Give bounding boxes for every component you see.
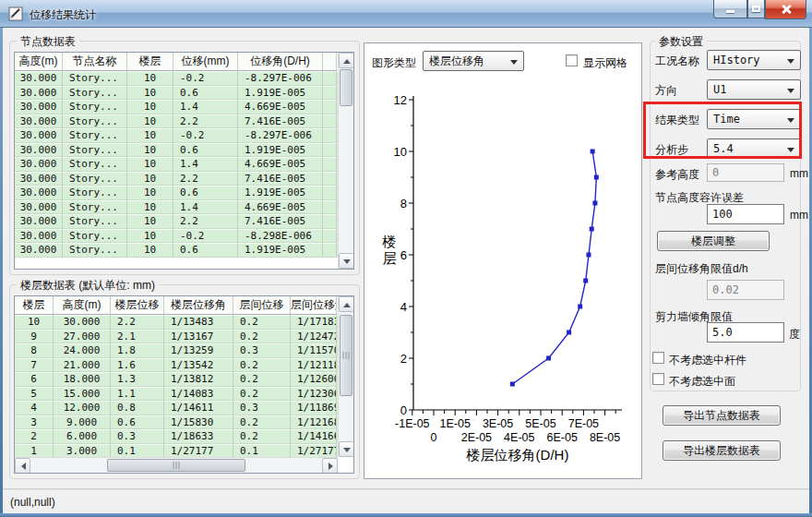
column-header[interactable]: 位移角(D/H)	[238, 53, 323, 71]
table-cell: 1/27177	[291, 444, 337, 458]
table-row[interactable]: 30.000Story...100.61.919E-005	[15, 86, 338, 101]
table-row[interactable]: 618.0001.31/138120.21/12600	[15, 372, 338, 387]
direction-combo[interactable]: U1	[707, 79, 801, 100]
table-row[interactable]: 515.0001.11/140830.21/12306	[15, 387, 338, 402]
scroll-up-button[interactable]	[339, 296, 354, 312]
drift-limit-input[interactable]	[707, 280, 784, 300]
table-row[interactable]: 30.000Story...100.61.919E-005	[15, 186, 338, 200]
table-cell: 0.3	[111, 429, 164, 444]
floor-table-hscrollbar[interactable]	[15, 457, 338, 473]
close-icon	[781, 4, 792, 15]
column-header[interactable]: 层间位移	[233, 296, 291, 315]
table-row[interactable]: 927.0002.11/131670.21/12472	[15, 330, 338, 344]
table-row[interactable]: 412.0000.81/146110.31/11869	[15, 401, 338, 415]
loadcase-combo[interactable]: HIstory	[707, 50, 801, 70]
close-button[interactable]	[765, 0, 806, 19]
table-cell: 0.2	[233, 315, 291, 330]
column-header[interactable]	[323, 53, 337, 71]
column-header[interactable]: 楼层	[15, 296, 54, 315]
floor-data-table[interactable]: 楼层高度(m)楼层位移楼层位移角层间位移层间位移角 1030.0002.21/1…	[14, 295, 354, 474]
table-row[interactable]: 30.000Story...10-0.2-8.298E-006	[15, 229, 338, 244]
scroll-thumb[interactable]	[340, 69, 352, 106]
table-cell: 4	[15, 401, 54, 415]
table-row[interactable]: 26.0000.31/186330.21/14166	[15, 429, 338, 444]
graph-type-combo[interactable]: 楼层位移角	[423, 51, 524, 71]
table-cell: 30.000	[15, 100, 63, 114]
ignore-selected-frames-checkbox[interactable]	[652, 352, 664, 364]
scroll-left-button[interactable]	[15, 458, 30, 474]
table-cell: 10	[127, 128, 173, 143]
scroll-right-button[interactable]	[322, 458, 338, 474]
show-grid-checkbox[interactable]	[566, 54, 578, 66]
minimize-button[interactable]	[713, 0, 747, 18]
node-table-vscrollbar[interactable]	[338, 53, 353, 269]
table-cell: 1/13812	[164, 372, 233, 387]
column-header[interactable]: 楼层	[127, 53, 173, 71]
window-frame	[0, 513, 812, 517]
table-row[interactable]: 30.000Story...100.61.919E-005	[15, 243, 338, 258]
tolerance-unit: mm	[790, 209, 808, 222]
table-cell: 30.000	[15, 71, 63, 86]
table-cell: 1.6	[111, 358, 164, 373]
scroll-up-button[interactable]	[339, 53, 354, 68]
column-header[interactable]: 楼层位移	[111, 296, 164, 315]
table-row[interactable]: 30.000Story...10-0.2-8.297E-006	[15, 128, 338, 143]
export-node-table-button[interactable]: 导出节点数据表	[663, 405, 781, 426]
floor-table-vscrollbar[interactable]	[338, 296, 353, 457]
graph-type-label: 图形类型	[372, 55, 416, 71]
svg-text:12: 12	[394, 93, 407, 107]
scroll-thumb[interactable]	[107, 459, 245, 472]
table-row[interactable]: 13.0000.11/271770.11/27177	[15, 444, 338, 458]
wall-angle-input[interactable]	[707, 322, 784, 343]
titlebar[interactable]: 位移结果统计	[0, 0, 812, 28]
table-cell: 10	[127, 200, 173, 215]
column-header[interactable]: 节点名称	[63, 53, 127, 71]
table-row[interactable]: 30.000Story...102.27.416E-005	[15, 214, 338, 229]
table-cell: 2.2	[173, 114, 238, 129]
table-row[interactable]: 30.000Story...100.61.919E-005	[15, 143, 338, 158]
table-row[interactable]: 30.000Story...101.44.669E-005	[15, 200, 338, 215]
table-cell	[323, 128, 337, 143]
scroll-down-button[interactable]	[339, 441, 354, 457]
table-cell: Story...	[63, 214, 127, 229]
table-row[interactable]: 30.000Story...10-0.2-8.297E-006	[15, 71, 338, 86]
scroll-thumb[interactable]	[340, 315, 352, 396]
table-cell: -0.2	[173, 229, 238, 244]
export-floor-table-button[interactable]: 导出楼层数据表	[663, 440, 781, 461]
maximize-button[interactable]	[747, 0, 765, 18]
column-header[interactable]: 高度(m)	[54, 296, 111, 315]
arrow-down-icon	[343, 259, 351, 268]
column-header[interactable]: 楼层位移角	[164, 296, 233, 315]
ignore-selected-faces-checkbox[interactable]	[652, 373, 664, 385]
table-cell: 3	[15, 415, 54, 430]
table-row[interactable]: 1030.0002.21/134830.21/17183	[15, 315, 338, 330]
table-row[interactable]: 721.0001.61/135420.21/12118	[15, 358, 338, 373]
highlight-annotation-box	[643, 102, 802, 159]
table-cell: 30.000	[15, 186, 63, 200]
svg-text:2E-05: 2E-05	[461, 431, 492, 444]
table-cell: 18.000	[54, 372, 111, 387]
table-row[interactable]: 30.000Story...102.27.416E-005	[15, 172, 338, 186]
table-row[interactable]: 30.000Story...102.27.416E-005	[15, 114, 338, 129]
ref-height-input[interactable]	[707, 163, 784, 182]
table-row[interactable]: 39.0000.61/158300.21/12168	[15, 415, 338, 430]
column-header[interactable]: 高度(m)	[15, 53, 63, 71]
chart-panel: 图形类型 楼层位移角 显示网格 024681012-1E-0501E-052E-…	[364, 42, 642, 479]
table-row[interactable]: 30.000Story...101.44.669E-005	[15, 157, 338, 172]
table-cell	[323, 100, 337, 114]
floor-adjust-button[interactable]: 楼层调整	[657, 231, 770, 251]
table-row[interactable]: 30.000Story...101.44.669E-005	[15, 100, 338, 114]
floor-table-header: 楼层高度(m)楼层位移楼层位移角层间位移层间位移角	[15, 296, 353, 315]
scroll-down-button[interactable]	[339, 253, 354, 269]
svg-text:5E-05: 5E-05	[525, 417, 555, 430]
table-row[interactable]: 824.0001.81/132590.31/11570	[15, 343, 338, 358]
floor-table-group-label: 楼层数据表 (默认单位: mm)	[17, 278, 159, 294]
table-cell: 1/14166	[291, 429, 337, 444]
column-header[interactable]: 位移(mm)	[173, 53, 238, 71]
node-data-table[interactable]: 高度(m)节点名称楼层位移(mm)位移角(D/H) 30.000Story...…	[14, 52, 354, 270]
svg-text:8E-05: 8E-05	[590, 431, 620, 444]
column-header[interactable]: 层间位移角	[291, 296, 337, 315]
tolerance-input[interactable]	[707, 204, 784, 224]
table-cell: 30.000	[15, 128, 63, 143]
data-point-marker	[590, 227, 594, 232]
